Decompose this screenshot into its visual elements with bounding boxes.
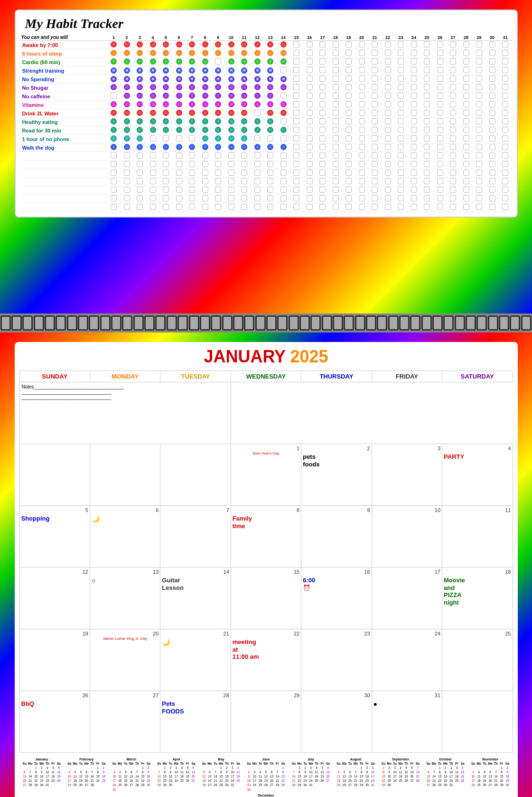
habit-day-cell[interactable]	[433, 101, 447, 109]
habit-day-cell[interactable]: ✕	[198, 75, 212, 84]
habit-day-cell[interactable]	[290, 169, 303, 178]
habit-day-cell[interactable]	[146, 101, 159, 109]
habit-day-cell[interactable]	[290, 186, 303, 195]
habit-day-cell[interactable]	[407, 84, 420, 92]
habit-day-cell[interactable]	[355, 178, 368, 186]
habit-day-cell[interactable]	[420, 84, 434, 92]
habit-day-cell[interactable]	[447, 161, 460, 169]
habit-day-cell[interactable]	[447, 118, 460, 126]
habit-day-cell[interactable]	[159, 195, 173, 203]
habit-day-cell[interactable]	[329, 161, 342, 169]
habit-day-cell[interactable]	[186, 101, 199, 109]
habit-day-cell[interactable]	[342, 66, 355, 75]
habit-day-cell[interactable]	[433, 161, 447, 169]
habit-day-cell[interactable]	[459, 186, 473, 195]
habit-day-cell[interactable]	[146, 203, 159, 212]
habit-day-cell[interactable]	[473, 126, 486, 135]
habit-day-cell[interactable]	[368, 152, 382, 161]
habit-day-cell[interactable]	[303, 109, 316, 118]
habit-day-cell[interactable]	[303, 178, 316, 186]
habit-day-cell[interactable]	[420, 66, 434, 75]
habit-day-cell[interactable]	[329, 49, 342, 58]
habit-day-cell[interactable]	[381, 143, 394, 152]
habit-day-cell[interactable]	[329, 195, 342, 203]
calendar-day-cell[interactable]: 1New Year's Day	[231, 444, 301, 506]
habit-day-cell[interactable]	[499, 126, 512, 135]
habit-day-cell[interactable]: ✕	[212, 75, 225, 84]
habit-day-cell[interactable]	[485, 186, 499, 195]
habit-day-cell[interactable]	[212, 169, 225, 178]
habit-day-cell[interactable]	[120, 203, 133, 212]
habit-day-cell[interactable]	[447, 152, 460, 161]
habit-day-cell[interactable]	[133, 49, 147, 58]
habit-day-cell[interactable]	[329, 203, 342, 212]
habit-day-cell[interactable]	[485, 152, 499, 161]
habit-day-cell[interactable]	[107, 126, 121, 135]
habit-day-cell[interactable]	[420, 186, 434, 195]
habit-day-cell[interactable]: ✕	[120, 75, 133, 84]
habit-day-cell[interactable]	[264, 178, 277, 186]
habit-day-cell[interactable]	[316, 161, 329, 169]
habit-day-cell[interactable]	[433, 152, 447, 161]
calendar-day-cell[interactable]: 29	[231, 691, 301, 753]
habit-day-cell[interactable]	[120, 58, 133, 66]
habit-day-cell[interactable]	[277, 195, 290, 203]
habit-day-cell[interactable]: ✕	[186, 66, 199, 75]
habit-day-cell[interactable]	[186, 84, 199, 92]
habit-day-cell[interactable]	[407, 135, 420, 143]
habit-day-cell[interactable]	[159, 41, 173, 49]
habit-day-cell[interactable]	[342, 203, 355, 212]
habit-day-cell[interactable]	[172, 109, 186, 118]
habit-day-cell[interactable]	[355, 203, 368, 212]
habit-day-cell[interactable]	[107, 135, 121, 143]
habit-day-cell[interactable]	[133, 84, 147, 92]
habit-day-cell[interactable]	[251, 101, 264, 109]
habit-day-cell[interactable]	[316, 186, 329, 195]
habit-day-cell[interactable]	[251, 135, 264, 143]
habit-day-cell[interactable]	[251, 126, 264, 135]
habit-day-cell[interactable]	[499, 135, 512, 143]
habit-day-cell[interactable]	[394, 152, 408, 161]
habit-day-cell[interactable]	[198, 101, 212, 109]
habit-day-cell[interactable]	[342, 126, 355, 135]
habit-day-cell[interactable]	[499, 75, 512, 84]
habit-day-cell[interactable]	[224, 143, 238, 152]
habit-day-cell[interactable]	[198, 109, 212, 118]
habit-day-cell[interactable]	[459, 169, 473, 178]
habit-day-cell[interactable]	[407, 75, 420, 84]
habit-day-cell[interactable]	[420, 169, 434, 178]
habit-day-cell[interactable]	[355, 118, 368, 126]
habit-day-cell[interactable]	[212, 126, 225, 135]
habit-day-cell[interactable]	[499, 101, 512, 109]
habit-day-cell[interactable]	[381, 109, 394, 118]
habit-day-cell[interactable]	[459, 161, 473, 169]
habit-day-cell[interactable]	[186, 203, 199, 212]
habit-day-cell[interactable]	[355, 84, 368, 92]
habit-day-cell[interactable]	[146, 135, 159, 143]
habit-day-cell[interactable]	[368, 126, 382, 135]
habit-day-cell[interactable]	[186, 135, 199, 143]
habit-day-cell[interactable]	[499, 92, 512, 101]
habit-day-cell[interactable]	[224, 41, 238, 49]
habit-day-cell[interactable]	[342, 152, 355, 161]
habit-day-cell[interactable]	[238, 203, 251, 212]
habit-day-cell[interactable]	[329, 118, 342, 126]
calendar-day-cell[interactable]: 11	[442, 506, 513, 568]
habit-day-cell[interactable]	[342, 109, 355, 118]
habit-day-cell[interactable]	[290, 126, 303, 135]
habit-day-cell[interactable]	[107, 92, 121, 101]
habit-day-cell[interactable]	[120, 118, 133, 126]
habit-day-cell[interactable]	[499, 41, 512, 49]
habit-day-cell[interactable]	[473, 66, 486, 75]
habit-day-cell[interactable]	[316, 203, 329, 212]
habit-day-cell[interactable]	[107, 118, 121, 126]
habit-day-cell[interactable]	[186, 186, 199, 195]
habit-day-cell[interactable]	[329, 143, 342, 152]
habit-day-cell[interactable]: ✕	[224, 75, 238, 84]
habit-day-cell[interactable]	[107, 49, 121, 58]
habit-day-cell[interactable]	[303, 92, 316, 101]
habit-day-cell[interactable]	[485, 203, 499, 212]
habit-day-cell[interactable]	[303, 203, 316, 212]
habit-day-cell[interactable]	[381, 169, 394, 178]
habit-day-cell[interactable]	[198, 135, 212, 143]
